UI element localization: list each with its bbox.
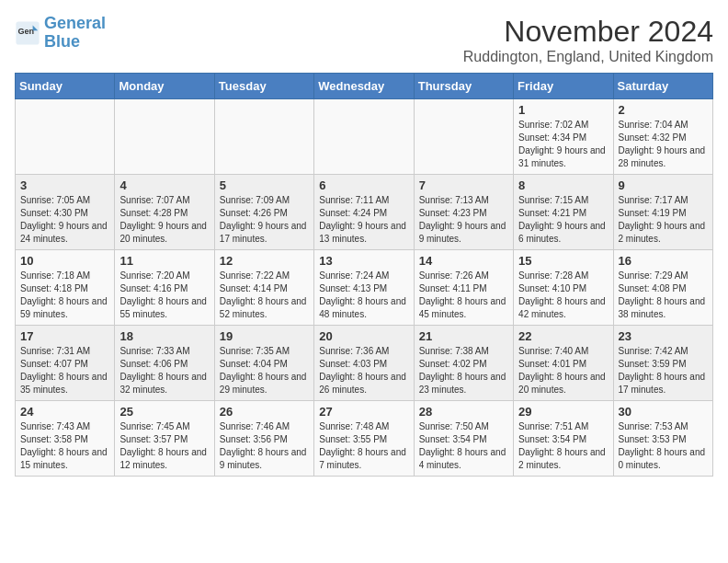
calendar-cell: 13Sunrise: 7:24 AM Sunset: 4:13 PM Dayli… [314,250,414,326]
calendar-table: SundayMondayTuesdayWednesdayThursdayFrid… [15,73,713,477]
day-number: 20 [319,329,408,343]
cell-info: Sunrise: 7:31 AM Sunset: 4:07 PM Dayligh… [20,345,109,396]
cell-info: Sunrise: 7:29 AM Sunset: 4:08 PM Dayligh… [619,270,708,321]
calendar-cell: 14Sunrise: 7:26 AM Sunset: 4:11 PM Dayli… [414,250,513,326]
cell-info: Sunrise: 7:38 AM Sunset: 4:02 PM Dayligh… [419,345,508,396]
calendar-cell: 8Sunrise: 7:15 AM Sunset: 4:21 PM Daylig… [514,175,613,250]
cell-info: Sunrise: 7:22 AM Sunset: 4:14 PM Dayligh… [220,270,309,321]
calendar-cell: 7Sunrise: 7:13 AM Sunset: 4:23 PM Daylig… [414,175,513,250]
header-cell-sunday: Sunday [16,74,115,99]
day-number: 21 [419,329,508,343]
day-number: 16 [619,254,708,268]
cell-info: Sunrise: 7:02 AM Sunset: 4:34 PM Dayligh… [518,119,608,170]
day-number: 10 [20,254,109,268]
calendar-cell [314,99,414,175]
cell-info: Sunrise: 7:48 AM Sunset: 3:55 PM Dayligh… [319,420,408,472]
week-row-4: 17Sunrise: 7:31 AM Sunset: 4:07 PM Dayli… [16,326,713,401]
calendar-cell [414,99,513,175]
logo-blue: Blue [44,32,80,51]
calendar-cell: 30Sunrise: 7:53 AM Sunset: 3:53 PM Dayli… [613,401,712,477]
logo-general: General [44,14,106,32]
week-row-3: 10Sunrise: 7:18 AM Sunset: 4:18 PM Dayli… [16,250,713,326]
cell-info: Sunrise: 7:04 AM Sunset: 4:32 PM Dayligh… [619,119,708,170]
cell-info: Sunrise: 7:05 AM Sunset: 4:30 PM Dayligh… [20,194,109,246]
calendar-cell: 19Sunrise: 7:35 AM Sunset: 4:04 PM Dayli… [214,326,313,401]
calendar-cell: 2Sunrise: 7:04 AM Sunset: 4:32 PM Daylig… [613,99,712,175]
day-number: 5 [220,178,309,192]
day-number: 14 [419,254,508,268]
calendar-cell [115,99,214,175]
calendar-body: 1Sunrise: 7:02 AM Sunset: 4:34 PM Daylig… [16,99,713,477]
cell-info: Sunrise: 7:11 AM Sunset: 4:24 PM Dayligh… [319,194,408,246]
cell-info: Sunrise: 7:24 AM Sunset: 4:13 PM Dayligh… [319,270,408,321]
header-row: SundayMondayTuesdayWednesdayThursdayFrid… [16,74,713,99]
calendar-cell: 3Sunrise: 7:05 AM Sunset: 4:30 PM Daylig… [16,175,115,250]
day-number: 30 [619,405,708,419]
day-number: 7 [419,178,508,192]
calendar-cell: 27Sunrise: 7:48 AM Sunset: 3:55 PM Dayli… [314,401,414,477]
calendar-cell: 15Sunrise: 7:28 AM Sunset: 4:10 PM Dayli… [514,250,613,326]
day-number: 27 [319,405,408,419]
calendar-cell: 1Sunrise: 7:02 AM Sunset: 4:34 PM Daylig… [514,99,613,175]
title-area: November 2024 Ruddington, England, Unite… [463,15,713,65]
day-number: 12 [220,254,309,268]
day-number: 4 [119,178,209,192]
week-row-1: 1Sunrise: 7:02 AM Sunset: 4:34 PM Daylig… [16,99,713,175]
week-row-2: 3Sunrise: 7:05 AM Sunset: 4:30 PM Daylig… [16,175,713,250]
calendar-cell: 29Sunrise: 7:51 AM Sunset: 3:54 PM Dayli… [514,401,613,477]
calendar-cell: 17Sunrise: 7:31 AM Sunset: 4:07 PM Dayli… [16,326,115,401]
cell-info: Sunrise: 7:40 AM Sunset: 4:01 PM Dayligh… [518,345,608,396]
logo-text: General Blue [44,15,106,52]
header-cell-tuesday: Tuesday [214,74,313,99]
day-number: 15 [518,254,608,268]
cell-info: Sunrise: 7:46 AM Sunset: 3:56 PM Dayligh… [220,420,309,472]
calendar-cell: 23Sunrise: 7:42 AM Sunset: 3:59 PM Dayli… [613,326,712,401]
calendar-header: SundayMondayTuesdayWednesdayThursdayFrid… [16,74,713,99]
calendar-cell: 18Sunrise: 7:33 AM Sunset: 4:06 PM Dayli… [115,326,214,401]
calendar-cell: 28Sunrise: 7:50 AM Sunset: 3:54 PM Dayli… [414,401,513,477]
cell-info: Sunrise: 7:18 AM Sunset: 4:18 PM Dayligh… [20,270,109,321]
week-row-5: 24Sunrise: 7:43 AM Sunset: 3:58 PM Dayli… [16,401,713,477]
header-cell-monday: Monday [115,74,214,99]
day-number: 23 [619,329,708,343]
cell-info: Sunrise: 7:50 AM Sunset: 3:54 PM Dayligh… [419,420,508,472]
logo-icon: Gen [15,20,40,46]
cell-info: Sunrise: 7:07 AM Sunset: 4:28 PM Dayligh… [119,194,209,246]
calendar-cell: 16Sunrise: 7:29 AM Sunset: 4:08 PM Dayli… [613,250,712,326]
day-number: 17 [20,329,109,343]
day-number: 6 [319,178,408,192]
calendar-cell: 10Sunrise: 7:18 AM Sunset: 4:18 PM Dayli… [16,250,115,326]
calendar-cell: 11Sunrise: 7:20 AM Sunset: 4:16 PM Dayli… [115,250,214,326]
header-cell-saturday: Saturday [613,74,712,99]
day-number: 26 [220,405,309,419]
cell-info: Sunrise: 7:28 AM Sunset: 4:10 PM Dayligh… [518,270,608,321]
header-cell-wednesday: Wednesday [314,74,414,99]
calendar-cell: 25Sunrise: 7:45 AM Sunset: 3:57 PM Dayli… [115,401,214,477]
header: Gen General Blue November 2024 Ruddingto… [15,15,713,65]
cell-info: Sunrise: 7:42 AM Sunset: 3:59 PM Dayligh… [619,345,708,396]
day-number: 28 [419,405,508,419]
day-number: 18 [119,329,209,343]
day-number: 24 [20,405,109,419]
calendar-cell: 26Sunrise: 7:46 AM Sunset: 3:56 PM Dayli… [214,401,313,477]
calendar-cell: 9Sunrise: 7:17 AM Sunset: 4:19 PM Daylig… [613,175,712,250]
cell-info: Sunrise: 7:43 AM Sunset: 3:58 PM Dayligh… [20,420,109,472]
day-number: 2 [619,103,708,117]
month-title: November 2024 [463,15,713,49]
cell-info: Sunrise: 7:15 AM Sunset: 4:21 PM Dayligh… [518,194,608,246]
cell-info: Sunrise: 7:13 AM Sunset: 4:23 PM Dayligh… [419,194,508,246]
day-number: 13 [319,254,408,268]
day-number: 9 [619,178,708,192]
day-number: 3 [20,178,109,192]
cell-info: Sunrise: 7:26 AM Sunset: 4:11 PM Dayligh… [419,270,508,321]
header-cell-friday: Friday [514,74,613,99]
calendar-cell: 6Sunrise: 7:11 AM Sunset: 4:24 PM Daylig… [314,175,414,250]
cell-info: Sunrise: 7:33 AM Sunset: 4:06 PM Dayligh… [119,345,209,396]
cell-info: Sunrise: 7:51 AM Sunset: 3:54 PM Dayligh… [518,420,608,472]
day-number: 19 [220,329,309,343]
header-cell-thursday: Thursday [414,74,513,99]
cell-info: Sunrise: 7:53 AM Sunset: 3:53 PM Dayligh… [619,420,708,472]
logo: Gen General Blue [15,15,106,52]
day-number: 8 [518,178,608,192]
day-number: 25 [119,405,209,419]
